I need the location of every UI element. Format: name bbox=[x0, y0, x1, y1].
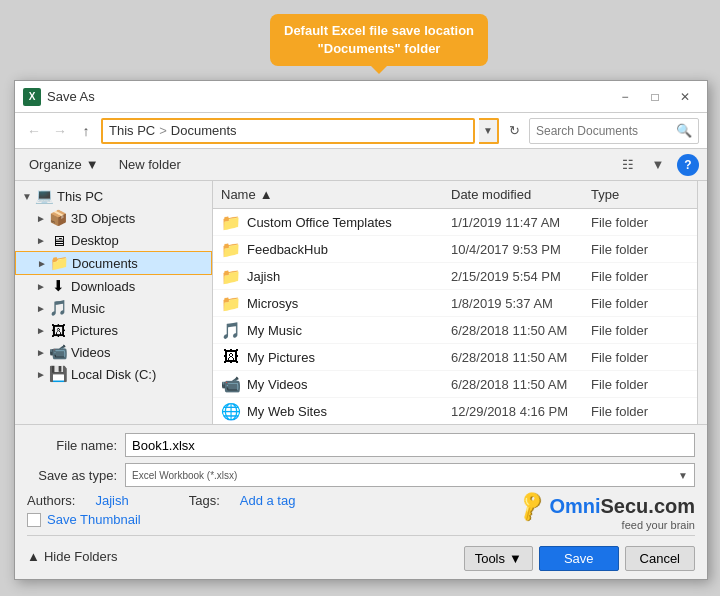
this-pc-icon: 💻 bbox=[35, 188, 53, 204]
organize-button[interactable]: Organize ▼ bbox=[23, 155, 105, 174]
file-type-6: File folder bbox=[591, 377, 689, 392]
3d-objects-icon: 📦 bbox=[49, 210, 67, 226]
help-button[interactable]: ? bbox=[677, 154, 699, 176]
save-type-value: Excel Workbook (*.xlsx) bbox=[132, 470, 237, 481]
file-type-2: File folder bbox=[591, 269, 689, 284]
pictures-label: Pictures bbox=[71, 323, 118, 338]
file-row-6[interactable]: 📹 My Videos 6/28/2018 11:50 AM File fold… bbox=[213, 371, 697, 398]
file-row-3[interactable]: 📁 Microsys 1/8/2019 5:37 AM File folder bbox=[213, 290, 697, 317]
search-icon: 🔍 bbox=[676, 123, 692, 138]
back-button[interactable]: ← bbox=[23, 120, 45, 142]
organize-chevron-icon: ▼ bbox=[86, 157, 99, 172]
file-panel: Name ▲ Date modified Type 📁 Custom Offic… bbox=[213, 181, 697, 424]
file-icon-7: 🌐 bbox=[221, 401, 241, 421]
view-button[interactable]: ☷ bbox=[617, 154, 639, 176]
file-date-7: 12/29/2018 4:16 PM bbox=[451, 404, 591, 419]
file-row-0[interactable]: 📁 Custom Office Templates 1/1/2019 11:47… bbox=[213, 209, 697, 236]
file-name-7: My Web Sites bbox=[247, 404, 451, 419]
file-name-1: FeedbackHub bbox=[247, 242, 451, 257]
save-type-dropdown[interactable]: Excel Workbook (*.xlsx) ▼ bbox=[125, 463, 695, 487]
new-folder-button[interactable]: New folder bbox=[113, 155, 187, 174]
cancel-button[interactable]: Cancel bbox=[625, 546, 695, 571]
pictures-arrow: ► bbox=[33, 325, 49, 336]
file-row-7[interactable]: 🌐 My Web Sites 12/29/2018 4:16 PM File f… bbox=[213, 398, 697, 424]
file-row-2[interactable]: 📁 Jajish 2/15/2019 5:54 PM File folder bbox=[213, 263, 697, 290]
sidebar-item-desktop[interactable]: ► 🖥 Desktop bbox=[15, 229, 212, 251]
tags-label: Tags: bbox=[189, 493, 220, 508]
thumbnail-label: Save Thumbnail bbox=[47, 512, 141, 527]
file-name-input[interactable] bbox=[125, 433, 695, 457]
authors-value[interactable]: Jajish bbox=[95, 493, 128, 508]
desktop-arrow: ► bbox=[33, 235, 49, 246]
local-disk-icon: 💾 bbox=[49, 366, 67, 382]
watermark: 🔑 OmniSecu.com feed your brain bbox=[518, 493, 695, 531]
downloads-icon: ⬇ bbox=[49, 278, 67, 294]
hide-folders-button[interactable]: ▲ Hide Folders bbox=[27, 549, 118, 564]
file-icon-6: 📹 bbox=[221, 374, 241, 394]
close-button[interactable]: ✕ bbox=[671, 87, 699, 107]
documents-arrow: ► bbox=[34, 258, 50, 269]
forward-button[interactable]: → bbox=[49, 120, 71, 142]
window-controls: − □ ✕ bbox=[611, 87, 699, 107]
hide-folders-label: Hide Folders bbox=[44, 549, 118, 564]
up-button[interactable]: ↑ bbox=[75, 120, 97, 142]
thumbnail-checkbox[interactable] bbox=[27, 513, 41, 527]
minimize-button[interactable]: − bbox=[611, 87, 639, 107]
file-icon-1: 📁 bbox=[221, 239, 241, 259]
save-label: Save bbox=[564, 551, 594, 566]
scrollbar[interactable] bbox=[697, 181, 707, 424]
hide-folders-arrow-icon: ▲ bbox=[27, 549, 40, 564]
name-column-label: Name bbox=[221, 187, 256, 202]
file-row-5[interactable]: 🖼 My Pictures 6/28/2018 11:50 AM File fo… bbox=[213, 344, 697, 371]
tools-button[interactable]: Tools ▼ bbox=[464, 546, 533, 571]
column-date-header[interactable]: Date modified bbox=[443, 183, 583, 206]
sidebar-item-3d-objects[interactable]: ► 📦 3D Objects bbox=[15, 207, 212, 229]
address-bar: ← → ↑ This PC > Documents ▼ ↻ 🔍 bbox=[15, 113, 707, 149]
sidebar-item-music[interactable]: ► 🎵 Music bbox=[15, 297, 212, 319]
sidebar-item-pictures[interactable]: ► 🖼 Pictures bbox=[15, 319, 212, 341]
action-buttons: Tools ▼ Save Cancel bbox=[464, 546, 695, 571]
refresh-button[interactable]: ↻ bbox=[503, 120, 525, 142]
file-date-2: 2/15/2019 5:54 PM bbox=[451, 269, 591, 284]
file-icon-3: 📁 bbox=[221, 293, 241, 313]
save-button[interactable]: Save bbox=[539, 546, 619, 571]
authors-row: Authors: Jajish Tags: Add a tag bbox=[27, 493, 295, 508]
file-name-2: Jajish bbox=[247, 269, 451, 284]
tags-value[interactable]: Add a tag bbox=[240, 493, 296, 508]
excel-icon: X bbox=[23, 88, 41, 106]
sidebar: ▼ 💻 This PC ► 📦 3D Objects ► 🖥 Desktop ►… bbox=[15, 181, 213, 424]
content-area: ▼ 💻 This PC ► 📦 3D Objects ► 🖥 Desktop ►… bbox=[15, 181, 707, 424]
sidebar-item-downloads[interactable]: ► ⬇ Downloads bbox=[15, 275, 212, 297]
address-path[interactable]: This PC > Documents bbox=[101, 118, 475, 144]
callout-box: Default Excel file save location "Docume… bbox=[270, 14, 488, 66]
sidebar-item-local-disk[interactable]: ► 💾 Local Disk (C:) bbox=[15, 363, 212, 385]
address-dropdown[interactable]: ▼ bbox=[479, 118, 499, 144]
3d-objects-label: 3D Objects bbox=[71, 211, 135, 226]
local-disk-label: Local Disk (C:) bbox=[71, 367, 156, 382]
maximize-button[interactable]: □ bbox=[641, 87, 669, 107]
file-name-4: My Music bbox=[247, 323, 451, 338]
file-list: 📁 Custom Office Templates 1/1/2019 11:47… bbox=[213, 209, 697, 424]
search-input[interactable] bbox=[536, 124, 676, 138]
file-icon-0: 📁 bbox=[221, 212, 241, 232]
file-date-6: 6/28/2018 11:50 AM bbox=[451, 377, 591, 392]
sidebar-item-videos[interactable]: ► 📹 Videos bbox=[15, 341, 212, 363]
authors-label: Authors: bbox=[27, 493, 75, 508]
sidebar-item-documents[interactable]: ► 📁 Documents bbox=[15, 251, 212, 275]
sidebar-item-this-pc[interactable]: ▼ 💻 This PC bbox=[15, 185, 212, 207]
file-row-1[interactable]: 📁 FeedbackHub 10/4/2017 9:53 PM File fol… bbox=[213, 236, 697, 263]
title-bar: X Save As − □ ✕ bbox=[15, 81, 707, 113]
file-list-header: Name ▲ Date modified Type bbox=[213, 181, 697, 209]
videos-icon: 📹 bbox=[49, 344, 67, 360]
videos-label: Videos bbox=[71, 345, 111, 360]
desktop-label: Desktop bbox=[71, 233, 119, 248]
column-type-header[interactable]: Type bbox=[583, 183, 697, 206]
column-name-header[interactable]: Name ▲ bbox=[213, 183, 443, 206]
music-icon: 🎵 bbox=[49, 300, 67, 316]
save-type-label: Save as type: bbox=[27, 468, 117, 483]
file-date-3: 1/8/2019 5:37 AM bbox=[451, 296, 591, 311]
view-dropdown-button[interactable]: ▼ bbox=[647, 154, 669, 176]
date-column-label: Date modified bbox=[451, 187, 531, 202]
file-row-4[interactable]: 🎵 My Music 6/28/2018 11:50 AM File folde… bbox=[213, 317, 697, 344]
search-box: 🔍 bbox=[529, 118, 699, 144]
